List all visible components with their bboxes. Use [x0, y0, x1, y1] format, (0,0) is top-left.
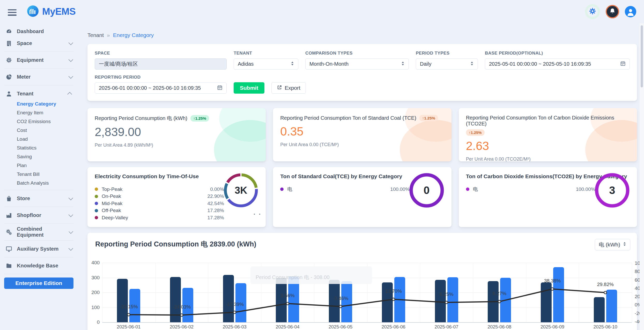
- legend-item-mid-peak[interactable]: Mid-Peak42.54%: [95, 200, 224, 207]
- chevron-down-icon: [68, 212, 73, 217]
- updown-icon: [623, 242, 626, 248]
- tenant-select[interactable]: Adidas: [234, 58, 298, 70]
- line-marker[interactable]: [286, 302, 289, 305]
- sidebar-item-knowledge-base[interactable]: Knowledge Base: [4, 260, 74, 272]
- donut-center-value: 3K: [222, 171, 260, 209]
- menu-toggle-icon[interactable]: [8, 9, 17, 16]
- change-rate-label: 8.27%: [492, 291, 506, 296]
- settings-button[interactable]: [585, 4, 600, 19]
- user-icon: [626, 8, 635, 17]
- sidebar-item-co2-emissions[interactable]: CO2 Emissions: [4, 117, 74, 126]
- sidebar-item-plan[interactable]: Plan: [4, 161, 74, 170]
- change-rate-label: 3.56%: [281, 293, 295, 298]
- x-axis-category-label: 2025-06-08: [487, 324, 511, 330]
- line-marker[interactable]: [180, 314, 183, 316]
- sidebar-item-meter[interactable]: Meter: [4, 71, 74, 83]
- sidebar-item-saving[interactable]: Saving: [4, 152, 74, 161]
- export-button[interactable]: Export: [271, 82, 306, 94]
- sidebar-item-tenant[interactable]: Tenant: [4, 88, 74, 100]
- trend-badge: ↑1.25%: [419, 115, 438, 121]
- legend-item-top-peak[interactable]: Top-Peak0.00%: [95, 186, 224, 193]
- x-axis-category-label: 2025-06-05: [329, 324, 352, 330]
- legend-item-on-peak[interactable]: On-Peak22.90%: [95, 193, 224, 200]
- sidebar-item-load[interactable]: Load: [4, 135, 74, 144]
- reporting-period-input[interactable]: 2025-06-01 00:00:00 ~ 2025-06-10 16:09:3…: [95, 82, 227, 94]
- space-input[interactable]: 一度城/商场/租区: [95, 58, 227, 70]
- bag-icon: [6, 195, 12, 202]
- sidebar-item-energy-category[interactable]: Energy Category: [4, 100, 74, 108]
- enterprise-edition-button[interactable]: Enterprise Edition: [4, 278, 73, 289]
- factory-icon: [6, 212, 12, 219]
- scrollbar-thumb[interactable]: [641, 25, 643, 87]
- donut-chart: 3K: [222, 171, 260, 209]
- sidebar-item-batch-analysis[interactable]: Batch Analysis: [4, 179, 74, 188]
- sidebar-divider: [4, 274, 73, 274]
- sidebar-item-space[interactable]: Space: [4, 37, 74, 49]
- change-rate-line: [102, 263, 632, 322]
- sidebar-item-label: Shopfloor: [17, 212, 41, 218]
- breadcrumb-current[interactable]: Energy Category: [113, 32, 154, 38]
- line-marker[interactable]: [339, 305, 342, 308]
- legend-item-[interactable]: 电100.00%: [466, 186, 595, 193]
- donut-center-value: 0: [408, 171, 446, 209]
- sidebar-item-statistics[interactable]: Statistics: [4, 144, 74, 152]
- sidebar-item-store[interactable]: Store: [4, 192, 74, 204]
- sidebar-item-auxiliary-system[interactable]: Auxiliary System: [4, 243, 74, 255]
- kpi-card-tce: Reporting Period Consumption Ton of Stan…: [273, 108, 451, 161]
- donut-chart: 0: [408, 171, 446, 209]
- line-marker[interactable]: [392, 298, 395, 301]
- legend-dot: [95, 209, 98, 212]
- legend-label: Off-Peak: [102, 208, 121, 213]
- comparison-select[interactable]: Month-On-Month: [305, 58, 409, 70]
- breadcrumb-parent[interactable]: Tenant: [87, 32, 104, 38]
- legend-item-off-peak[interactable]: Off-Peak17.28%: [95, 207, 224, 214]
- sidebar-item-combined-equipment[interactable]: Combined Equipment: [4, 226, 74, 238]
- sidebar-item-tenant-bill[interactable]: Tenant Bill: [4, 170, 74, 179]
- page-scrollbar[interactable]: [640, 23, 644, 330]
- gridline-vertical: [632, 263, 632, 322]
- sidebar-item-shopfloor[interactable]: Shopfloor: [4, 209, 74, 221]
- line-marker[interactable]: [604, 291, 607, 294]
- kpi-value: 0.35: [280, 124, 444, 138]
- legend: 电100.00%: [466, 186, 595, 193]
- line-marker[interactable]: [445, 301, 448, 304]
- gears-icon: [6, 229, 12, 235]
- user-menu-button[interactable]: [625, 6, 636, 17]
- x-axis-category-label: 2025-06-07: [435, 324, 458, 330]
- user-icon: [6, 91, 12, 97]
- legend-item-deep-valley[interactable]: Deep-Valley17.28%: [95, 214, 224, 221]
- trend-chart-card: Reporting Period Consumption 电 2839.00 (…: [87, 233, 637, 330]
- updown-icon: [401, 61, 405, 67]
- sidebar-item-label: Auxiliary System: [17, 246, 58, 252]
- line-marker[interactable]: [233, 311, 236, 314]
- y-axis-tick-label: 400: [87, 260, 100, 266]
- pie-icon: [6, 74, 12, 80]
- line-marker[interactable]: [551, 288, 554, 290]
- sidebar-item-equipment[interactable]: Equipment: [4, 54, 74, 66]
- brand-logo[interactable]: MyEMS: [27, 5, 76, 18]
- kpi-value: 2,839.00: [95, 125, 258, 139]
- tou-donut-card: Electricity Consumption by Time-Of-Use T…: [87, 167, 266, 227]
- reporting-period-label: REPORTING PERIOD: [95, 75, 227, 80]
- unit-select[interactable]: 电 (kWh): [595, 239, 630, 250]
- legend-percent: 100.00%: [576, 186, 595, 192]
- legend-dot: [95, 202, 98, 205]
- legend-dot: [95, 216, 98, 219]
- change-rate-label: -17.39%: [225, 302, 244, 307]
- myems-logo-icon: [27, 5, 39, 18]
- change-rate-label: -23.15%: [120, 304, 138, 310]
- line-marker[interactable]: [127, 313, 130, 316]
- sidebar-item-cost[interactable]: Cost: [4, 126, 74, 135]
- base-period-input[interactable]: 2025-05-01 00:00:00 ~ 2025-05-10 16:09:3…: [485, 58, 630, 70]
- sidebar-item-label: Dashboard: [17, 28, 44, 34]
- legend-item-[interactable]: 电100.00%: [280, 186, 410, 193]
- reporting-period-field: REPORTING PERIOD 2025-06-01 00:00:00 ~ 2…: [95, 75, 227, 94]
- submit-button[interactable]: Submit: [234, 82, 264, 94]
- period-types-select[interactable]: Daily: [416, 58, 478, 70]
- notifications-button[interactable]: [606, 5, 619, 18]
- space-field: SPACE 一度城/商场/租区: [95, 51, 227, 70]
- main-content: Tenant » Energy Category SPACE 一度城/商场/租区…: [78, 23, 644, 330]
- sidebar-item-energy-item[interactable]: Energy Item: [4, 108, 74, 117]
- line-marker[interactable]: [498, 300, 501, 303]
- sidebar-item-dashboard[interactable]: Dashboard: [4, 25, 74, 37]
